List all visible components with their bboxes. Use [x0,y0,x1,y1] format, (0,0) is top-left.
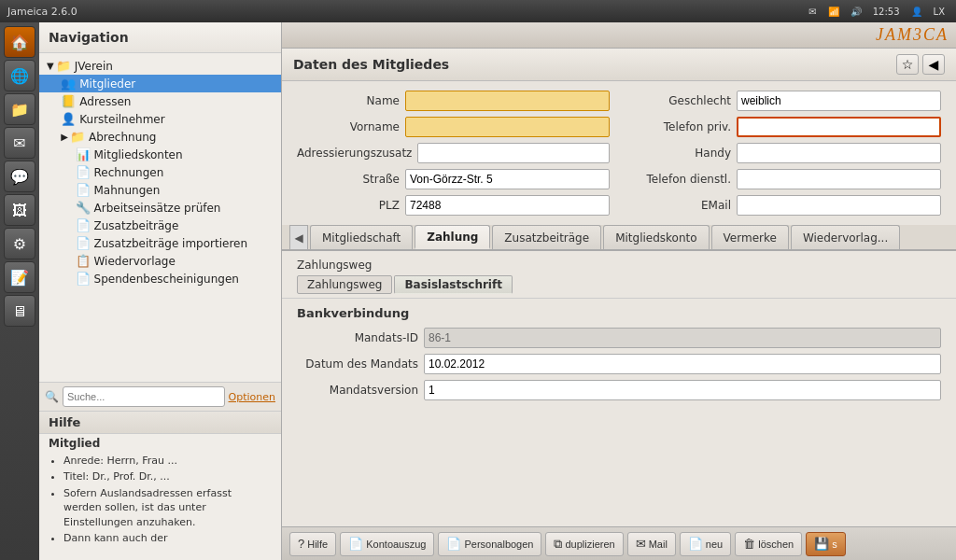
tab-zusatzbeitraege[interactable]: Zusatzbeiträge [492,225,601,249]
name-row: Name [297,91,610,111]
nav-item-adressen[interactable]: 📒Adressen [39,92,281,110]
settings-icon-btn[interactable]: ⚙ [4,228,35,259]
terminal-icon-btn[interactable]: 🖥 [4,295,35,327]
nav-item-wiedervorlage[interactable]: 📋Wiedervorlage [39,252,281,270]
sub-tab-basislastschrift[interactable]: Basislastschrift [394,275,513,294]
loeschen-button[interactable]: 🗑 löschen [735,532,802,556]
nav-item-mitglieder[interactable]: 👥Mitglieder [39,75,281,92]
mandatsversion-label: Mandatsversion [297,384,418,397]
adressierungszusatz-label: Adressierungszusatz [297,147,412,160]
loeschen-label: löschen [758,539,794,550]
app-body: 🏠 🌐 📁 ✉ 💬 🖼 ⚙ 📝 🖥 Navigation ▼📁JVerein 👥… [0,22,956,560]
adressierungszusatz-input[interactable] [417,143,610,163]
document-icon-btn[interactable]: 📝 [4,261,35,293]
telefon-dienstl-input[interactable] [737,169,941,189]
search-input[interactable] [63,386,225,407]
neu-icon: 📄 [688,537,703,551]
chat-icon-btn[interactable]: 💬 [4,161,35,192]
mail-button[interactable]: ✉ Mail [627,532,676,556]
header-icons: ☆ ◀ [896,54,945,75]
back-icon-btn[interactable]: ◀ [922,54,945,75]
mandats-id-input[interactable] [424,328,941,348]
name-label: Name [297,94,400,107]
help-item: Dann kann auch der [63,531,272,545]
geschlecht-input[interactable] [737,91,941,111]
telefon-priv-row: Telefon priv. [628,117,941,137]
datum-mandats-label: Datum des Mandats [297,357,418,371]
tabs-bar: ◀ MitgliedschaftZahlungZusatzbeiträgeMit… [282,225,956,251]
nav-item-abrechnung[interactable]: ▶📁Abrechnung [39,128,281,146]
nav-panel: Navigation ▼📁JVerein 👥Mitglieder 📒Adress… [39,22,282,560]
titlebar-controls: ✉ 📶 🔊 12:53 👤 LX [805,6,949,18]
special-icon: 💾 [814,537,829,551]
tab-wiedervorlage[interactable]: Wiedervorlag... [791,225,900,249]
tab-mitgliedschaft[interactable]: Mitgliedschaft [310,225,413,249]
special-button[interactable]: 💾 s [806,532,846,556]
nav-item-zusatzbeitraege-import[interactable]: 📄Zusatzbeiträge importieren [39,234,281,252]
home-icon-btn[interactable]: 🏠 [4,26,35,58]
hilfe-icon: ? [298,537,304,551]
help-subheader: Mitglied [39,434,281,452]
bankverbindung-title: Bankverbindung [297,306,941,320]
nav-item-mahnungen[interactable]: 📄Mahnungen [39,181,281,199]
form-title: Daten des Mitgliedes [293,57,896,72]
main-topbar: JAM3CA [282,22,956,49]
duplizieren-button[interactable]: ⧉ duplizieren [545,532,623,556]
tab-zahlung[interactable]: Zahlung [415,225,490,249]
help-panel: Hilfe Mitglied Anrede: Herrn, Frau ...Ti… [39,411,281,560]
geschlecht-label: Geschlecht [628,94,731,107]
nav-item-zusatzbeitraege[interactable]: 📄Zusatzbeiträge [39,217,281,234]
nav-item-jverein[interactable]: ▼📁JVerein [39,57,281,75]
nav-item-mitgliedskonten[interactable]: 📊Mitgliedskonten [39,146,281,163]
mandats-id-row: Mandats-ID [297,328,941,348]
name-input[interactable] [405,91,610,111]
tab-mitgliedskonto[interactable]: Mitgliedskonto [603,225,709,249]
hilfe-button[interactable]: ? Hilfe [289,532,336,556]
personalbogen-label: Personalbogen [464,539,533,550]
zahlungsweg-label: Zahlungsweg [297,259,941,272]
neu-label: neu [706,539,723,550]
bottom-toolbar: ? Hilfe 📄 Kontoauszug 📄 Personalbogen ⧉ … [282,526,956,560]
plz-label: PLZ [297,199,400,212]
mandatsversion-input[interactable] [424,380,941,400]
search-icon: 🔍 [45,390,59,403]
kontoauszug-icon: 📄 [348,537,363,551]
help-item: Titel: Dr., Prof. Dr., ... [63,469,272,483]
handy-label: Handy [628,147,731,160]
nav-item-spendenbescheinigungen[interactable]: 📄Spendenbescheinigungen [39,270,281,287]
plz-input[interactable] [405,195,610,216]
tabs-scroll-left[interactable]: ◀ [289,225,308,249]
neu-button[interactable]: 📄 neu [680,532,731,556]
hilfe-label: Hilfe [307,539,328,550]
mail-label: Mail [649,539,668,550]
strasse-input[interactable] [405,169,610,189]
nav-item-rechnungen[interactable]: 📄Rechnungen [39,163,281,181]
sub-tab-zahlungsweg[interactable]: Zahlungsweg [297,275,392,294]
email-input[interactable] [737,195,941,216]
geschlecht-row: Geschlecht [628,91,941,111]
strasse-label: Straße [297,173,400,186]
nav-item-arbeitseinsaetze[interactable]: 🔧Arbeitseinsätze prüfen [39,199,281,217]
clock: 12:53 [869,6,904,18]
kontoauszug-button[interactable]: 📄 Kontoauszug [340,532,434,556]
bookmark-icon-btn[interactable]: ☆ [896,54,919,75]
vorname-input[interactable] [405,117,610,137]
personalbogen-icon: 📄 [446,537,461,551]
vorname-row: Vorname [297,117,610,137]
titlebar: Jameica 2.6.0 ✉ 📶 🔊 12:53 👤 LX [0,0,956,22]
files-icon-btn[interactable]: 📁 [4,93,35,125]
datum-mandats-input[interactable] [424,354,941,374]
nav-item-kursteilnehmer[interactable]: 👤Kursteilnehmer [39,110,281,128]
options-button[interactable]: Optionen [229,391,275,403]
strasse-row: Straße [297,169,610,189]
photo-icon-btn[interactable]: 🖼 [4,194,35,226]
handy-input[interactable] [737,143,941,163]
email-icon-btn[interactable]: ✉ [4,127,35,159]
personalbogen-button[interactable]: 📄 Personalbogen [438,532,541,556]
nav-search: 🔍 Optionen [39,382,281,411]
tab-vermerke[interactable]: Vermerke [711,225,789,249]
telefon-priv-input[interactable] [737,117,941,137]
firefox-icon-btn[interactable]: 🌐 [4,60,35,91]
help-item: Anrede: Herrn, Frau ... [63,454,272,468]
help-list: Anrede: Herrn, Frau ...Titel: Dr., Prof.… [49,454,272,545]
